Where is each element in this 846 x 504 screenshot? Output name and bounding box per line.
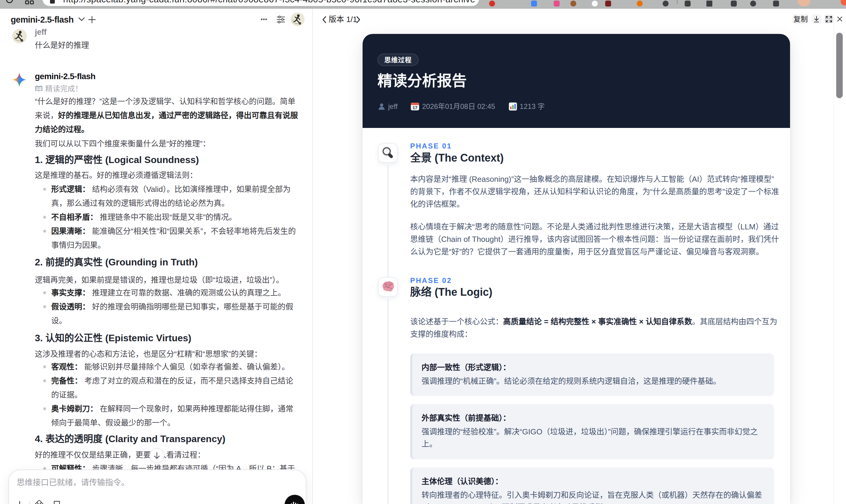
svg-text:17: 17 bbox=[412, 105, 418, 110]
